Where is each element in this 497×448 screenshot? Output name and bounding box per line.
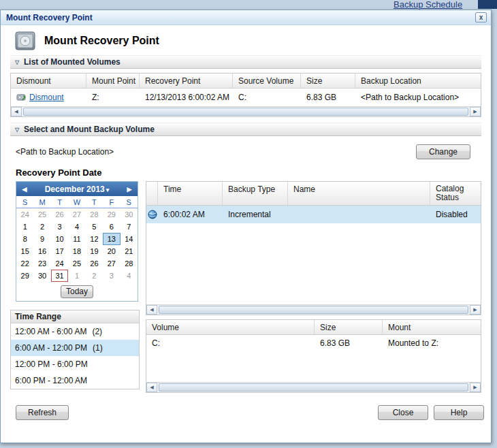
calendar-day-26[interactable]: 26	[86, 257, 103, 270]
scrollbar-thumb[interactable]	[23, 108, 468, 116]
calendar-day-29[interactable]: 29	[16, 270, 33, 282]
volumes-col-size[interactable]: Size	[315, 320, 383, 334]
recovery-points-table-header: Time Backup Type Name Catalog Status	[146, 182, 481, 206]
time-range-item[interactable]: 12:00 PM - 6:00 PM	[11, 356, 139, 372]
mounted-col-mount-point[interactable]: Mount Point	[86, 74, 140, 88]
calendar-day-1[interactable]: 1	[16, 221, 33, 233]
calendar-day-1[interactable]: 1	[68, 270, 85, 282]
calendar-day-11[interactable]: 11	[68, 233, 85, 245]
dialog-titlebar[interactable]: Mount Recovery Point x	[1, 10, 491, 25]
volumes-col-volume[interactable]: Volume	[146, 320, 315, 334]
time-range-item[interactable]: 6:00 AM - 12:00 PM(1)	[11, 340, 139, 356]
section-mounted-volumes-title: List of Mounted Volumes	[24, 57, 121, 67]
calendar-day-2[interactable]: 2	[86, 270, 103, 282]
point-catalog-status-cell: Disabled	[430, 210, 481, 219]
mounted-table-hscrollbar[interactable]: ◀ ▶	[11, 106, 481, 116]
close-icon[interactable]: x	[475, 12, 487, 22]
dismount-link[interactable]: Dismount	[29, 93, 64, 102]
section-select-mount-header[interactable]: ▽ Select and Mount Backup Volume	[10, 123, 481, 136]
calendar-month-label[interactable]: December 2013▾	[33, 185, 121, 194]
calendar-day-27[interactable]: 27	[68, 208, 85, 221]
calendar-day-2[interactable]: 2	[33, 221, 50, 233]
calendar-day-16[interactable]: 16	[33, 245, 50, 257]
mount-recovery-dialog: Mount Recovery Point x Mount Recovery	[0, 10, 492, 443]
backup-schedule-link[interactable]: Backup Schedule	[394, 0, 462, 9]
mounted-col-dismount[interactable]: Dismount	[11, 74, 86, 88]
scrollbar-thumb[interactable]	[159, 306, 468, 314]
scroll-left-icon[interactable]: ◀	[11, 107, 22, 116]
calendar-grid: 2425262728293012345678910111213141516171…	[16, 208, 138, 282]
points-table-hscrollbar[interactable]: ◀ ▶	[146, 304, 481, 315]
points-col-name[interactable]: Name	[288, 182, 430, 205]
calendar-day-21[interactable]: 21	[121, 245, 138, 257]
scroll-left-icon[interactable]: ◀	[146, 305, 157, 315]
calendar-day-3[interactable]: 3	[51, 221, 68, 233]
calendar-dow-label: W	[68, 198, 85, 206]
calendar-day-8[interactable]: 8	[16, 233, 33, 245]
change-button[interactable]: Change	[416, 144, 470, 159]
calendar-day-25[interactable]: 25	[33, 208, 50, 221]
calendar-day-10[interactable]: 10	[51, 233, 68, 245]
scroll-right-icon[interactable]: ▶	[470, 107, 481, 116]
calendar-day-26[interactable]: 26	[51, 208, 68, 221]
mounted-col-recovery-point[interactable]: Recovery Point	[140, 74, 233, 88]
calendar-day-24[interactable]: 24	[51, 257, 68, 270]
help-button[interactable]: Help	[434, 405, 484, 420]
section-mounted-volumes-header[interactable]: ▽ List of Mounted Volumes	[10, 55, 481, 69]
calendar-dow-label: M	[33, 198, 50, 206]
calendar-day-28[interactable]: 28	[86, 208, 103, 221]
point-backup-type-cell: Incremental	[223, 210, 288, 219]
calendar-day-5[interactable]: 5	[86, 221, 103, 233]
calendar-next-icon[interactable]: ▶	[121, 186, 138, 193]
calendar-day-13[interactable]: 13	[103, 233, 120, 245]
scroll-right-icon[interactable]: ▶	[470, 305, 481, 315]
calendar-day-18[interactable]: 18	[68, 245, 85, 257]
volumes-table-hscrollbar[interactable]: ◀ ▶	[146, 382, 481, 392]
volumes-col-mount[interactable]: Mount	[383, 320, 481, 334]
calendar-day-30[interactable]: 30	[33, 270, 50, 282]
time-range-label: 6:00 AM - 12:00 PM	[15, 343, 87, 353]
points-col-time[interactable]: Time	[158, 182, 223, 205]
calendar-day-7[interactable]: 7	[121, 221, 138, 233]
mounted-volume-row[interactable]: Dismount Z: 12/13/2013 6:00:02 AM C: 6.8…	[11, 89, 481, 106]
calendar-dow-label: F	[103, 198, 120, 206]
calendar-day-28[interactable]: 28	[121, 257, 138, 270]
calendar-day-17[interactable]: 17	[51, 245, 68, 257]
mounted-col-source-volume[interactable]: Source Volume	[233, 74, 301, 88]
mounted-col-size[interactable]: Size	[301, 74, 355, 88]
volume-row[interactable]: C: 6.83 GB Mounted to Z:	[146, 335, 481, 351]
calendar-day-15[interactable]: 15	[16, 245, 33, 257]
close-dialog-button[interactable]: Close	[378, 405, 428, 420]
calendar-day-25[interactable]: 25	[68, 257, 85, 270]
calendar-day-31[interactable]: 31	[51, 270, 68, 282]
calendar-day-3[interactable]: 3	[103, 270, 120, 282]
volume-mount-cell: Mounted to Z:	[383, 338, 481, 348]
calendar-day-12[interactable]: 12	[86, 233, 103, 245]
today-button[interactable]: Today	[61, 285, 93, 298]
calendar-day-9[interactable]: 9	[33, 233, 50, 245]
time-range-item[interactable]: 6:00 PM - 12:00 AM	[11, 372, 139, 389]
calendar-day-29[interactable]: 29	[103, 208, 120, 221]
calendar-day-4[interactable]: 4	[68, 221, 85, 233]
calendar-day-20[interactable]: 20	[103, 245, 120, 257]
calendar-day-24[interactable]: 24	[16, 208, 33, 221]
points-col-backup-type[interactable]: Backup Type	[223, 182, 288, 205]
scrollbar-thumb[interactable]	[159, 383, 468, 391]
recovery-point-row[interactable]: 6:00:02 AM Incremental Disabled	[146, 206, 481, 223]
time-range-item[interactable]: 12:00 AM - 6:00 AM(2)	[11, 323, 139, 340]
calendar-day-22[interactable]: 22	[16, 257, 33, 270]
calendar-prev-icon[interactable]: ◀	[16, 186, 33, 193]
calendar-day-6[interactable]: 6	[103, 221, 120, 233]
scroll-right-icon[interactable]: ▶	[470, 383, 481, 392]
mount-recovery-point-icon	[14, 30, 37, 52]
mounted-col-backup-location[interactable]: Backup Location	[355, 74, 481, 88]
scroll-left-icon[interactable]: ◀	[146, 383, 157, 392]
calendar-day-4[interactable]: 4	[121, 270, 138, 282]
calendar-day-23[interactable]: 23	[33, 257, 50, 270]
calendar-day-27[interactable]: 27	[103, 257, 120, 270]
refresh-button[interactable]: Refresh	[16, 405, 69, 420]
calendar-day-19[interactable]: 19	[86, 245, 103, 257]
calendar-day-14[interactable]: 14	[121, 233, 138, 245]
points-col-catalog-status[interactable]: Catalog Status	[430, 182, 481, 205]
calendar-day-30[interactable]: 30	[121, 208, 138, 221]
